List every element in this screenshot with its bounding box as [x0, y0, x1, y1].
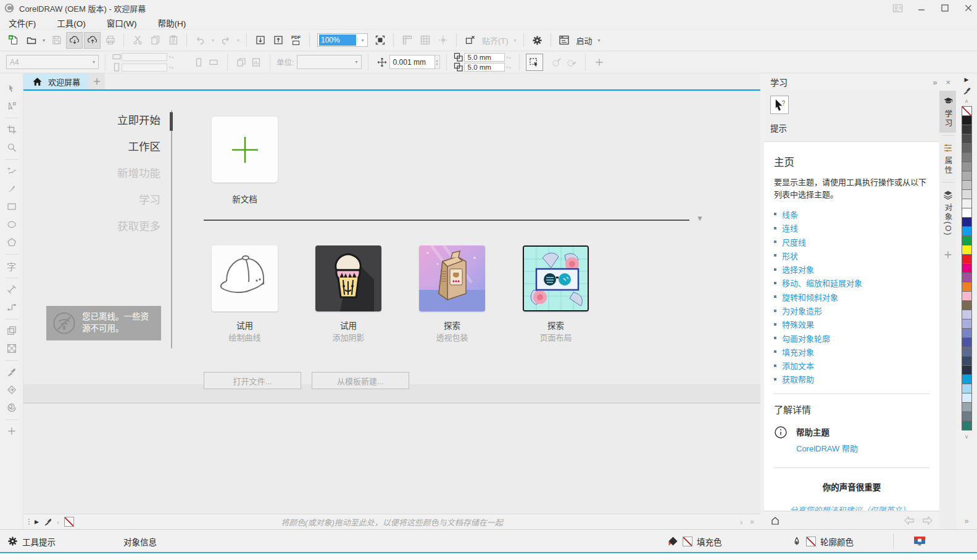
menu-item-1[interactable]: 工具(O) [57, 17, 86, 29]
options-gear-button[interactable] [529, 32, 546, 49]
sign-in-icon[interactable] [892, 3, 903, 14]
color-swatch-2[interactable] [962, 125, 972, 134]
dropdown-caret-icon[interactable]: ▾ [235, 38, 241, 43]
all-pages-button[interactable] [234, 55, 249, 70]
color-swatch-16[interactable] [962, 254, 972, 264]
import-button[interactable] [252, 32, 268, 49]
palette-flyout-icon[interactable]: ▶ [965, 76, 969, 83]
duplicate-y-field[interactable]: 5.0 mm [464, 63, 505, 72]
close-docker-icon[interactable]: × [946, 78, 950, 87]
tool-freehand[interactable] [3, 162, 20, 179]
tool-dimension[interactable] [3, 281, 20, 298]
tool-connector[interactable] [3, 299, 20, 316]
docker-tab-properties[interactable]: 属性 [939, 138, 957, 179]
customize-plus-button[interactable] [592, 55, 607, 70]
maximize-button[interactable] [940, 3, 950, 13]
topic-link[interactable]: 为对象造形 [774, 303, 929, 317]
scroll-right-icon[interactable]: › [740, 517, 742, 527]
snap-off-button[interactable] [462, 32, 478, 49]
tool-brush[interactable] [3, 180, 20, 197]
tool-rectangle[interactable] [3, 198, 20, 215]
landscape-button[interactable] [206, 55, 221, 70]
tool-polygon[interactable] [3, 234, 20, 251]
portrait-button[interactable] [191, 55, 206, 70]
launch-button[interactable] [556, 32, 573, 49]
no-color-swatch[interactable] [64, 517, 74, 527]
page-width-field[interactable] [122, 53, 167, 61]
expand-palette-icon[interactable]: » [750, 517, 754, 526]
docker-tab-objects[interactable]: 对象(O) [939, 185, 957, 241]
color-swatch-27[interactable] [962, 356, 972, 366]
combo-arrow-icon[interactable]: ▾ [357, 38, 367, 43]
menu-item-3[interactable]: 帮助(H) [157, 17, 186, 29]
color-swatch-6[interactable] [962, 162, 972, 171]
welcome-nav-scroll-thumb[interactable] [170, 112, 173, 131]
publish-pdf-button[interactable]: PDF [288, 32, 304, 49]
palette-scroll-up-icon[interactable]: ∧ [965, 98, 969, 104]
dropdown-caret-icon[interactable]: ▾ [512, 38, 518, 43]
color-swatch-34[interactable] [962, 421, 972, 430]
palette-scroll-down-icon[interactable]: ∨ [965, 434, 969, 440]
color-swatch-9[interactable] [962, 189, 972, 199]
cloud-download-button[interactable] [66, 32, 83, 49]
dropdown-caret-icon[interactable]: ▾ [596, 38, 602, 43]
tool-transparency[interactable] [3, 340, 20, 357]
close-button[interactable] [963, 3, 973, 13]
color-swatch-3[interactable] [962, 134, 972, 144]
add-docker-button[interactable] [943, 250, 953, 260]
topic-link[interactable]: 添加文本 [774, 359, 929, 373]
collapse-docker-icon[interactable]: » [933, 78, 937, 87]
menu-item-0[interactable]: 文件(F) [9, 17, 36, 29]
color-swatch-19[interactable] [962, 282, 972, 292]
color-swatch-8[interactable] [962, 180, 972, 190]
topic-link[interactable]: 线条 [774, 207, 929, 221]
card-page-layout[interactable] [523, 245, 589, 311]
topic-link[interactable]: 特殊效果 [774, 318, 929, 331]
minimize-button[interactable] [917, 3, 926, 13]
color-swatch-13[interactable] [962, 226, 972, 236]
cloud-upload-button[interactable] [84, 32, 101, 49]
scroll-left-icon[interactable]: ‹ [57, 517, 59, 527]
welcome-nav-1[interactable]: 工作区 [36, 134, 160, 160]
menu-item-2[interactable]: 窗口(W) [107, 17, 137, 29]
tab-welcome[interactable]: 欢迎屏幕 [23, 73, 89, 89]
no-color-swatch[interactable] [962, 106, 972, 116]
new-from-template-button[interactable]: 从模板新建... [312, 372, 409, 389]
tool-ellipse[interactable] [3, 216, 20, 233]
palette-eyedropper-icon[interactable] [44, 518, 52, 526]
new-document-card[interactable] [212, 117, 278, 183]
back-icon[interactable] [904, 516, 915, 525]
document-color-settings-icon[interactable] [913, 536, 926, 546]
units-combobox[interactable]: ▾ [297, 55, 362, 69]
color-swatch-12[interactable] [962, 217, 972, 227]
cut-button[interactable] [129, 32, 146, 49]
color-swatch-30[interactable] [962, 384, 972, 393]
welcome-nav-2[interactable]: 新增功能 [36, 160, 160, 187]
export-button[interactable] [270, 32, 286, 49]
tool-text[interactable]: 字 [3, 257, 20, 274]
page-height-field[interactable] [122, 64, 167, 72]
grid-button[interactable] [417, 32, 433, 49]
palette-eyedropper-icon[interactable] [963, 87, 971, 95]
expand-caret-icon[interactable]: ▼ [696, 214, 704, 223]
feedback-link[interactable]: 分享您的想法和建议（仅限英文）。 [774, 504, 929, 511]
tool-shape[interactable] [3, 97, 20, 115]
tool-fill[interactable] [3, 381, 20, 398]
current-page-button[interactable] [249, 55, 264, 70]
new-document-button[interactable] [5, 32, 22, 49]
color-swatch-4[interactable] [962, 143, 972, 153]
nudge-field[interactable]: 0.001 mm [389, 55, 435, 69]
undo-button[interactable] [192, 32, 209, 49]
color-swatch-7[interactable] [962, 171, 972, 181]
color-swatch-25[interactable] [962, 337, 972, 347]
tool-plus-tool[interactable] [3, 422, 20, 440]
zoom-level-combobox[interactable]: 100%▾ [317, 33, 368, 47]
status-gear-icon[interactable] [7, 536, 18, 546]
topic-link[interactable]: 获取帮助 [774, 373, 929, 386]
tool-contour[interactable] [3, 322, 20, 339]
card-perspective-packaging[interactable] [419, 245, 485, 311]
color-swatch-18[interactable] [962, 273, 972, 282]
topic-link[interactable]: 填充对象 [774, 345, 929, 358]
color-swatch-1[interactable] [962, 115, 972, 125]
color-swatch-15[interactable] [962, 245, 972, 255]
